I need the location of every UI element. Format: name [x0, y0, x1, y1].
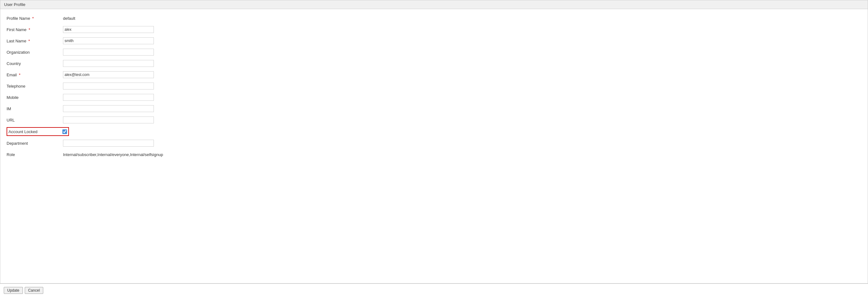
email-input[interactable] [63, 71, 154, 78]
label-im: IM [7, 106, 63, 111]
label-email: Email * [7, 73, 63, 77]
value-role: Internal/subscriber,Internal/everyone,In… [63, 152, 163, 157]
required-star-first-name: * [29, 27, 30, 32]
url-input[interactable] [63, 116, 154, 124]
last-name-input[interactable] [63, 37, 154, 44]
organization-input[interactable] [63, 49, 154, 56]
label-organization: Organization [7, 50, 63, 55]
country-input[interactable] [63, 60, 154, 67]
form-row-account-locked: Account Locked [7, 127, 69, 136]
form-row-role: Role Internal/subscriber,Internal/everyo… [7, 151, 861, 159]
label-telephone: Telephone [7, 84, 63, 88]
label-country: Country [7, 61, 63, 66]
panel-body: Profile Name * default First Name * Last… [0, 9, 868, 167]
required-star-profile-name: * [32, 16, 34, 21]
label-account-locked: Account Locked [8, 129, 62, 134]
panel-title: User Profile [4, 2, 25, 7]
label-department: Department [7, 141, 63, 146]
label-last-name: Last Name * [7, 38, 63, 43]
footer-bar: Update Cancel [0, 284, 868, 297]
im-input[interactable] [63, 105, 154, 112]
user-profile-panel: User Profile Profile Name * default Firs… [0, 0, 868, 284]
panel-header: User Profile [0, 0, 868, 9]
form-row-last-name: Last Name * [7, 37, 861, 45]
form-row-mobile: Mobile [7, 93, 861, 101]
label-profile-name: Profile Name * [7, 16, 63, 21]
form-row-country: Country [7, 59, 861, 68]
account-locked-checkbox[interactable] [62, 129, 67, 134]
label-url: URL [7, 118, 63, 123]
value-profile-name: default [63, 16, 75, 21]
page-container: User Profile Profile Name * default Firs… [0, 0, 868, 297]
first-name-input[interactable] [63, 26, 154, 33]
telephone-input[interactable] [63, 83, 154, 89]
account-locked-checkbox-wrapper [62, 129, 67, 134]
update-button[interactable]: Update [4, 287, 23, 294]
mobile-input[interactable] [63, 94, 154, 101]
form-row-im: IM [7, 105, 861, 113]
required-star-last-name: * [28, 38, 30, 43]
cancel-button[interactable]: Cancel [25, 287, 43, 294]
form-row-url: URL [7, 116, 861, 124]
form-row-telephone: Telephone [7, 82, 861, 90]
form-row-department: Department [7, 139, 861, 147]
label-first-name: First Name * [7, 27, 63, 32]
form-row-profile-name: Profile Name * default [7, 14, 861, 22]
form-row-email: Email * [7, 71, 861, 79]
form-row-first-name: First Name * [7, 25, 861, 34]
department-input[interactable] [63, 140, 154, 146]
label-role: Role [7, 152, 63, 157]
label-mobile: Mobile [7, 95, 63, 100]
form-row-organization: Organization [7, 48, 861, 56]
required-star-email: * [19, 73, 20, 77]
